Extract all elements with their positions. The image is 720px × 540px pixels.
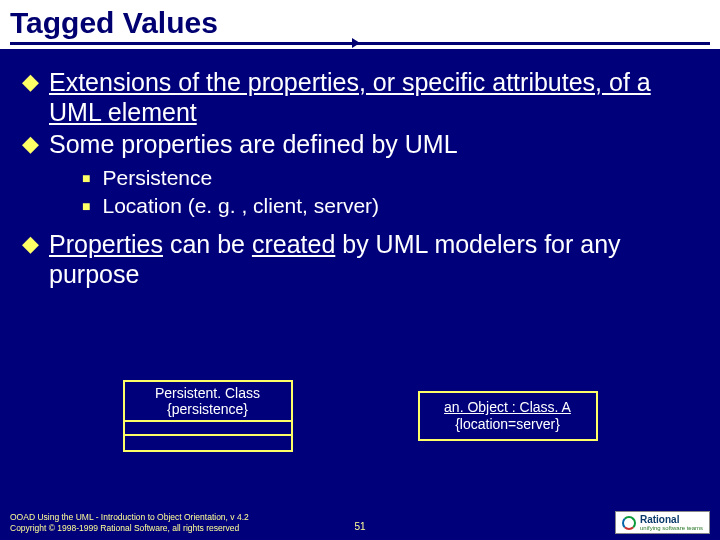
sub-bullet-text: Persistence [102,165,212,191]
uml-class-box: Persistent. Class {persistence} [123,380,293,452]
sub-bullet-icon: ■ [82,193,90,219]
footer-copyright: OOAD Using the UML - Introduction to Obj… [10,512,249,534]
diagram-area: Persistent. Class {persistence} an. Obje… [0,380,720,452]
class-op-compartment [125,436,291,450]
bullet-item: ◆ Extensions of the properties, or speci… [22,67,698,127]
sub-bullet-icon: ■ [82,165,90,191]
bullet-icon: ◆ [22,229,39,259]
title-underline [10,42,710,45]
uml-object-box: an. Object : Class. A {location=server} [418,391,598,441]
sub-bullet-item: ■ Persistence [82,165,698,191]
bullet-icon: ◆ [22,67,39,97]
bullet-item: ◆ Properties can be created by UML model… [22,229,698,289]
logo-swirl-icon [622,516,636,530]
class-attr-compartment [125,422,291,436]
sub-bullet-item: ■ Location (e. g. , client, server) [82,193,698,219]
sub-list: ■ Persistence ■ Location (e. g. , client… [82,165,698,219]
bullet-text: Some properties are defined by UML [49,129,458,159]
slide-body: ◆ Extensions of the properties, or speci… [0,49,720,289]
bullet-icon: ◆ [22,129,39,159]
slide-footer: OOAD Using the UML - Introduction to Obj… [10,511,710,534]
rational-logo: Rational unifying software teams [615,511,710,534]
object-tag: {location=server} [424,416,592,433]
class-name-compartment: Persistent. Class {persistence} [125,382,291,422]
footer-logo-area: Rational unifying software teams [615,511,710,534]
sub-bullet-text: Location (e. g. , client, server) [102,193,379,219]
bullet-text: Properties can be created by UML modeler… [49,229,698,289]
bullet-item: ◆ Some properties are defined by UML [22,129,698,159]
object-name: an. Object : Class. A [444,399,571,415]
bullet-text: Extensions of the properties, or specifi… [49,68,651,126]
slide-title: Tagged Values [10,6,710,40]
page-number: 51 [354,521,365,532]
